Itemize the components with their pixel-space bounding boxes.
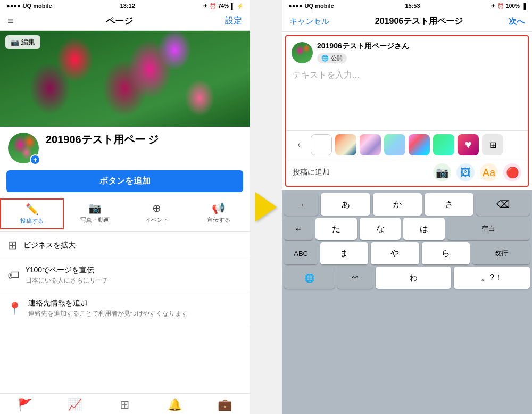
- tab-events[interactable]: ⊕ イベント: [126, 198, 188, 229]
- globe-key[interactable]: 🌐: [284, 267, 335, 289]
- tab-post-label: 投稿する: [20, 217, 44, 225]
- keyboard-strip: ‹ ♥ ⊞: [286, 130, 528, 159]
- cancel-button[interactable]: キャンセル: [289, 16, 329, 27]
- swatch-gradient5[interactable]: [433, 134, 454, 155]
- swatch-gradient2[interactable]: [360, 134, 381, 155]
- time-right: 15:53: [405, 3, 420, 9]
- chevron-left-icon[interactable]: ‹: [290, 136, 307, 153]
- menu-item-contact-title: 連絡先情報を追加: [28, 299, 242, 308]
- key-arrow[interactable]: →: [284, 193, 318, 216]
- key-ma[interactable]: ま: [320, 242, 368, 264]
- swatch-gradient1[interactable]: [335, 134, 356, 155]
- location-icon-right: ✈: [491, 3, 495, 9]
- key-ya[interactable]: や: [371, 242, 419, 264]
- bottom-nav-grid[interactable]: ⊞: [100, 398, 150, 412]
- menu-item-contact-subtitle: 連絡先を追加することで利用者が見つけやすくなります: [28, 309, 242, 318]
- key-ra[interactable]: ら: [422, 242, 470, 264]
- composer-avatar: [292, 42, 313, 63]
- add-to-post: 投稿に追加 📷 🖼 Aa 🔴: [286, 159, 528, 186]
- carrier-left: UQ mobile: [23, 3, 52, 9]
- key-ha[interactable]: は: [403, 218, 445, 240]
- left-phone: ●●●● UQ mobile 13:12 ✈ ⏰ 74% ▌ ⚡ ≡ ページ 設…: [0, 0, 250, 414]
- battery-icon-right: ▐: [522, 3, 526, 9]
- location-icon: ✈: [203, 3, 207, 9]
- expand-icon: ⊞: [7, 238, 17, 252]
- menu-item-promote-title: ¥100でページを宣伝: [26, 266, 242, 275]
- post-icon: ✏️: [26, 203, 39, 216]
- settings-link[interactable]: 設定: [225, 15, 242, 27]
- battery-area-right: ✈ ⏰ 100% ▐: [491, 3, 526, 9]
- avatar-add-button[interactable]: +: [30, 154, 40, 165]
- next-button[interactable]: 次へ: [509, 16, 525, 27]
- tab-post[interactable]: ✏️ 投稿する: [0, 198, 64, 229]
- swatch-gradient4[interactable]: [409, 134, 430, 155]
- key-ta[interactable]: た: [315, 218, 357, 240]
- status-bar-left: ●●●● UQ mobile 13:12 ✈ ⏰ 74% ▌ ⚡: [0, 0, 250, 12]
- charge-icon: ⚡: [237, 3, 243, 9]
- swatch-grid[interactable]: ⊞: [482, 134, 503, 155]
- add-to-post-label: 投稿に追加: [293, 168, 330, 177]
- tab-photos[interactable]: 📷 写真・動画: [64, 198, 126, 229]
- key-wa[interactable]: わ: [376, 267, 452, 289]
- add-text-button[interactable]: Aa: [480, 163, 498, 181]
- key-return[interactable]: ↩: [284, 218, 313, 240]
- enter-key[interactable]: 改行: [472, 242, 530, 264]
- key-a[interactable]: あ: [321, 193, 370, 216]
- key-sa[interactable]: さ: [425, 193, 473, 216]
- bottom-nav-chart[interactable]: 📈: [50, 398, 100, 412]
- tab-promote[interactable]: 📢 宣伝する: [188, 198, 250, 229]
- menu-item-promote-subtitle: 日本にいる人にさらにリーチ: [26, 276, 242, 285]
- nav-bar-left: ≡ ページ 設定: [0, 12, 250, 31]
- composer-page-name: 201906テスト用ページさん: [317, 42, 409, 51]
- public-label: 公開: [331, 54, 343, 62]
- key-ka[interactable]: か: [373, 193, 422, 216]
- tab-photos-label: 写真・動画: [80, 216, 110, 224]
- keyboard: → あ か さ ⌫ ↩ た な は 空白 ABC ま や ら 改行 🌐 ^^ わ…: [282, 190, 532, 414]
- text-input[interactable]: テキストを入力...: [286, 67, 528, 130]
- add-to-post-icons: 📷 🖼 Aa 🔴: [433, 163, 521, 181]
- hamburger-icon[interactable]: ≡: [7, 15, 14, 27]
- cover-photo[interactable]: 📷 編集: [0, 31, 250, 127]
- camera-icon: 📷: [11, 38, 19, 46]
- add-image-button[interactable]: 🖼: [456, 163, 475, 181]
- battery-icon: ▌: [231, 3, 235, 9]
- add-video-button[interactable]: 🔴: [503, 163, 521, 181]
- composer-avatar-image: [292, 42, 313, 63]
- bottom-nav-flag[interactable]: 🚩: [0, 398, 50, 412]
- arrow-wrapper: [250, 0, 282, 414]
- key-na[interactable]: な: [360, 218, 401, 240]
- swatch-white[interactable]: [311, 134, 332, 155]
- menu-item-expand-content: ビジネスを拡大: [23, 241, 242, 250]
- composer-info: 201906テスト用ページさん 🌐 公開: [317, 42, 409, 63]
- menu-item-contact[interactable]: 📍 連絡先情報を追加 連絡先を追加することで利用者が見つけやすくなります: [0, 292, 250, 325]
- globe-small-icon: 🌐: [321, 55, 329, 62]
- action-tabs: ✏️ 投稿する 📷 写真・動画 ⊕ イベント 📢 宣伝する: [0, 196, 250, 232]
- alarm-icon-right: ⏰: [497, 3, 504, 9]
- compose-title: 201906テスト用ページ: [375, 16, 463, 27]
- add-button[interactable]: ボタンを追加: [6, 170, 243, 192]
- swatch-gradient3[interactable]: [384, 134, 405, 155]
- photos-icon: 📷: [88, 202, 102, 214]
- public-badge[interactable]: 🌐 公開: [317, 53, 347, 63]
- status-carrier-right: ●●●● UQ mobile: [288, 3, 334, 9]
- menu-item-expand[interactable]: ⊞ ビジネスを拡大: [0, 232, 250, 259]
- swatch-heart[interactable]: ♥: [458, 134, 479, 155]
- events-icon: ⊕: [152, 202, 161, 214]
- right-phone: ●●●● UQ mobile 15:53 ✈ ⏰ 100% ▐ キャンセル 20…: [282, 0, 532, 414]
- page-name-left: 201906テスト用ペー ジ: [46, 131, 159, 146]
- bottom-nav-briefcase[interactable]: 💼: [200, 398, 250, 412]
- edit-cover-button[interactable]: 📷 編集: [5, 35, 40, 49]
- space-key[interactable]: 空白: [447, 218, 530, 240]
- bottom-nav-bell[interactable]: 🔔: [149, 398, 200, 412]
- key-caret[interactable]: ^^: [337, 267, 373, 289]
- key-punct[interactable]: 。?！: [454, 267, 530, 289]
- status-carrier-left: ●●●● UQ mobile: [6, 3, 52, 9]
- add-camera-button[interactable]: 📷: [433, 163, 451, 181]
- delete-key[interactable]: ⌫: [476, 193, 530, 216]
- menu-item-promote[interactable]: 🏷 ¥100でページを宣伝 日本にいる人にさらにリーチ: [0, 259, 250, 292]
- arrow-right: [255, 192, 277, 222]
- key-abc[interactable]: ABC: [284, 242, 318, 264]
- battery-area-left: ✈ ⏰ 74% ▌ ⚡: [203, 3, 243, 9]
- menu-item-contact-content: 連絡先情報を追加 連絡先を追加することで利用者が見つけやすくなります: [28, 299, 242, 318]
- kb-row-4: 🌐 ^^ わ 。?！: [284, 267, 530, 289]
